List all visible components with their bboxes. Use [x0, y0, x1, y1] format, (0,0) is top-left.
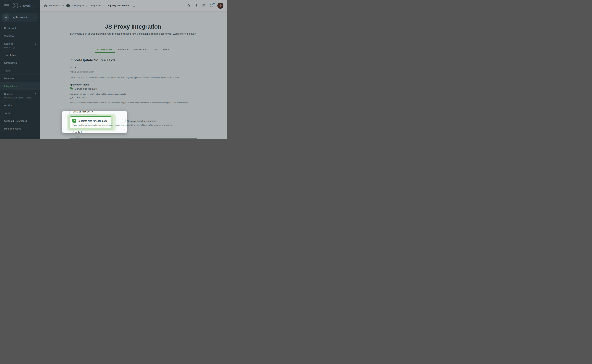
breadcrumb-current-page: Jsproxy for Crowdin: [108, 4, 129, 7]
messages-chat-icon[interactable]: [202, 4, 206, 7]
sidebar-item[interactable]: Tasks: [0, 66, 40, 74]
chevron-up-icon: [91, 111, 93, 113]
search-icon[interactable]: [187, 4, 191, 7]
sidebar-item-label: Activity: [4, 104, 40, 107]
sidebar-item[interactable]: Guides & References: [0, 117, 40, 125]
sidebar-item[interactable]: Tools: [0, 109, 40, 117]
sidebar-item[interactable]: Activity: [0, 101, 40, 109]
page-limit-value[interactable]: 10000: [73, 136, 80, 139]
tab[interactable]: REVIEWS: [115, 47, 131, 53]
sidebar-top: crowdin: [0, 0, 40, 11]
application-mode-label: Application mode: [70, 84, 89, 86]
chevron-right-icon: [34, 93, 37, 95]
sidebar-item-label: Tasks: [4, 69, 40, 72]
svg-text:?: ?: [211, 5, 212, 7]
star-favorite-icon[interactable]: [132, 4, 136, 7]
page-title: JS Proxy Integration: [40, 23, 227, 30]
radio-client-side-label[interactable]: Client side: [75, 96, 86, 99]
checkbox-separate-files-distribution-label[interactable]: Separate files for distribution: [127, 120, 157, 123]
radio-client-side[interactable]: [70, 96, 73, 99]
radio-server-side-label[interactable]: Server side (default): [75, 87, 97, 90]
check-icon: [73, 119, 76, 122]
site-url-help: This app will crawl your website and ext…: [70, 77, 179, 79]
app-window: crowdin A agile project Dashboard Workfl…: [0, 0, 227, 139]
tab[interactable]: INTEGRATION: [94, 47, 115, 53]
sidebar-item-label: Guides & References: [4, 120, 40, 122]
top-header: Workspace A agile project Integrations J…: [40, 0, 227, 11]
breadcrumb-project-avatar: A: [66, 4, 70, 7]
site-url-input[interactable]: [70, 69, 197, 75]
site-url-label: Site URL: [70, 66, 78, 68]
project-name: agile project: [13, 16, 33, 19]
breadcrumb-project[interactable]: agile project: [72, 4, 84, 7]
section-title: Import/Update Source Texts: [70, 58, 115, 62]
sidebar-nav: Dashboard Workflow Sources Files, String…: [0, 24, 40, 132]
sidebar-item[interactable]: Sources Files, Strings: [0, 40, 40, 51]
crowdin-logo[interactable]: crowdin: [13, 3, 34, 8]
chevron-right-icon: [34, 43, 37, 45]
sidebar-item[interactable]: Members: [0, 74, 40, 82]
sidebar-item-label: Dashboard: [4, 27, 40, 30]
chevron-right-icon: [103, 5, 106, 7]
notifications-bell-icon[interactable]: [194, 4, 198, 7]
page-limit-label: Page limit: [73, 131, 82, 134]
page-limit-input-underline: [70, 138, 197, 139]
home-icon[interactable]: [44, 4, 47, 7]
chevron-down-icon: [33, 17, 35, 18]
sidebar-item-label: Screenshots: [4, 61, 40, 64]
sidebar-item[interactable]: Dashboard: [0, 24, 40, 32]
sidebar: crowdin A agile project Dashboard Workfl…: [0, 0, 40, 139]
breadcrumb-workspace[interactable]: Workspace: [49, 4, 60, 7]
notification-dot-badge: [213, 3, 215, 4]
sidebar-item-label: Translations: [4, 54, 40, 57]
tab[interactable]: LOGS: [149, 47, 160, 53]
sidebar-item[interactable]: Translations: [0, 51, 40, 59]
sidebar-item-subtitle: Files, Strings: [4, 46, 40, 49]
page-subtitle: Synchronize all source files with your p…: [40, 32, 227, 35]
tab-bar: INTEGRATIONREVIEWSVARIABLESLOGSHELP: [40, 47, 227, 53]
server-side-help: Application will scan content on the vis…: [70, 93, 126, 95]
sidebar-item[interactable]: Screenshots: [0, 59, 40, 66]
sidebar-item-subtitle: Overview, Cost estimate, Transl...: [4, 97, 40, 99]
sidebar-item[interactable]: Workflow: [0, 32, 40, 40]
sidebar-item-label: Members: [4, 77, 40, 80]
project-selector[interactable]: A agile project: [1, 13, 38, 22]
sidebar-item-label: Integrations: [4, 85, 40, 88]
sidebar-item[interactable]: Integrations: [0, 82, 40, 90]
site-settings-toggle-button[interactable]: SITE SETTINGS: [70, 109, 97, 115]
breadcrumb-integrations[interactable]: Integrations: [90, 4, 102, 7]
checkbox-separate-files-each-page-label[interactable]: Separate files for each page: [78, 120, 107, 122]
hamburger-menu-icon[interactable]: [4, 4, 9, 7]
main-content: JS Proxy Integration Synchronize all sou…: [40, 11, 227, 139]
tabs-divider: [40, 53, 227, 53]
chevron-right-icon: [86, 5, 88, 7]
crowdin-wordmark: crowdin: [20, 3, 34, 8]
sidebar-item-label: Tools: [4, 112, 40, 115]
sidebar-item-label: Miro Embedded: [4, 127, 40, 130]
header-actions: ?: [187, 3, 223, 9]
separate-files-help: If you want to have separate files for e…: [73, 124, 173, 126]
project-avatar: A: [3, 14, 9, 21]
sidebar-item-label: Workflow: [4, 35, 40, 37]
radio-server-side[interactable]: [70, 87, 73, 90]
highlighted-option-box: [70, 116, 111, 128]
sidebar-item[interactable]: Reports Overview, Cost estimate, Transl.…: [0, 90, 40, 101]
client-side-help: Your website administrator needs to add …: [70, 102, 189, 104]
crowdin-logo-icon: [13, 3, 18, 8]
user-avatar[interactable]: [217, 3, 223, 9]
tab[interactable]: HELP: [160, 47, 172, 53]
checkbox-separate-files-distribution[interactable]: [122, 119, 126, 123]
help-icon[interactable]: ?: [210, 4, 213, 7]
breadcrumb: Workspace A agile project Integrations J…: [44, 4, 187, 7]
sidebar-item[interactable]: Miro Embedded: [0, 125, 40, 132]
checkbox-separate-files-each-page[interactable]: [73, 119, 76, 123]
tab[interactable]: VARIABLES: [131, 47, 149, 53]
chevron-right-icon: [62, 5, 65, 7]
